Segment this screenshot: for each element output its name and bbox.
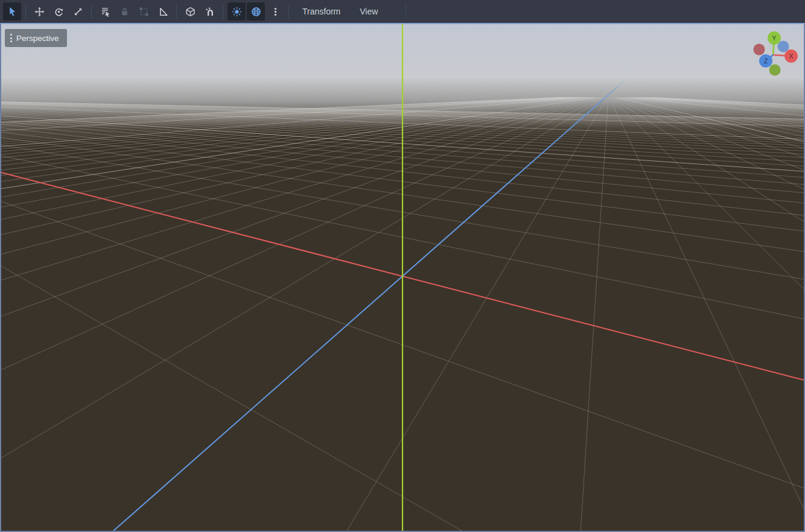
list-select-icon [100, 7, 110, 17]
globe-icon [251, 7, 261, 17]
move-icon [34, 7, 45, 17]
preview-sunlight-toggle[interactable] [228, 2, 246, 21]
scale-tool-button[interactable] [69, 2, 87, 21]
viewport-options-menu-button[interactable] [266, 2, 284, 21]
lock-icon [119, 7, 130, 17]
scale-icon [73, 7, 83, 17]
toolbar-separator [176, 4, 177, 19]
preview-environment-toggle[interactable] [247, 2, 265, 21]
gizmo-y-label: Y [772, 34, 777, 42]
sun-icon [232, 7, 242, 17]
gizmo-z-label: Z [764, 57, 768, 65]
transform-menu[interactable]: Transform [294, 2, 349, 21]
rotate-tool-button[interactable] [49, 2, 68, 21]
list-select-button[interactable] [96, 2, 114, 21]
lock-button[interactable] [115, 2, 133, 21]
gizmo-neg-y-ball[interactable] [769, 65, 781, 76]
select-tool-button[interactable] [3, 2, 21, 21]
gizmo-neg-x-ball[interactable] [754, 44, 765, 55]
gizmo-neg-z-ball[interactable] [778, 41, 789, 52]
toolbar-separator [288, 4, 289, 19]
projection-menu-chip[interactable]: Perspective [5, 29, 67, 47]
ruler-button[interactable] [154, 2, 172, 21]
toolbar-separator [91, 4, 92, 19]
viewport-3d: Y X Z Perspective [0, 23, 805, 532]
godot-3d-editor: Transform View [0, 0, 805, 532]
group-icon [139, 7, 149, 17]
viewport-canvas[interactable]: Y X Z [1, 24, 804, 531]
chip-dots-icon [10, 34, 12, 42]
rotate-icon [54, 7, 64, 17]
cube-icon [185, 7, 196, 17]
ruler-icon [158, 7, 168, 17]
magnet-icon [205, 7, 215, 17]
move-tool-button[interactable] [30, 2, 48, 21]
gizmo-x-label: X [789, 52, 794, 60]
snap-toggle[interactable] [200, 2, 218, 21]
view-menu[interactable]: View [351, 2, 386, 21]
toolbar-separator [25, 4, 26, 19]
group-button[interactable] [135, 2, 153, 21]
toolbar-separator [406, 4, 406, 19]
three-dots-vertical-icon [270, 7, 281, 17]
toolbar-separator [223, 4, 223, 19]
projection-label: Perspective [16, 34, 59, 43]
select-arrow-icon [7, 7, 18, 17]
local-space-toggle[interactable] [181, 2, 199, 21]
viewport-toolbar: Transform View [0, 0, 805, 23]
